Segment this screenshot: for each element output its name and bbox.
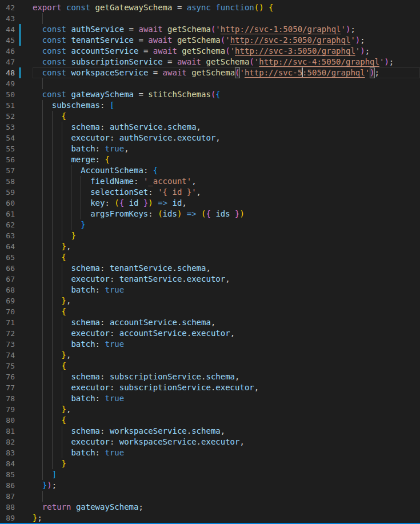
code-line-content[interactable]: executor: workspaceService.executor,: [33, 437, 420, 447]
code-editor[interactable]: 42export const getGatewaySchema = async …: [0, 0, 420, 523]
gutter[interactable]: 66: [0, 263, 33, 274]
code-line-content[interactable]: schema: workspaceService.schema,: [33, 426, 420, 437]
gutter[interactable]: 42: [0, 2, 33, 13]
code-line-content[interactable]: },: [33, 404, 420, 415]
code-line[interactable]: 83 batch: true: [0, 447, 420, 458]
gutter[interactable]: 55: [0, 143, 33, 154]
code-line[interactable]: 81 schema: workspaceService.schema,: [0, 426, 420, 437]
code-line[interactable]: 58 fieldName: '_account',: [0, 176, 420, 187]
code-line[interactable]: 68 batch: true: [0, 285, 420, 295]
code-line[interactable]: 43: [0, 13, 420, 24]
code-line-content[interactable]: {: [33, 252, 420, 263]
gutter[interactable]: 83: [0, 447, 33, 458]
code-line[interactable]: 50 const gatewaySchema = stitchSchemas({: [0, 89, 420, 100]
code-line[interactable]: 53 schema: authService.schema,: [0, 122, 420, 133]
code-line[interactable]: 69 },: [0, 295, 420, 306]
code-line[interactable]: 75 {: [0, 361, 420, 371]
gutter[interactable]: 76: [0, 371, 33, 382]
code-line-content[interactable]: export const getGatewaySchema = async fu…: [33, 2, 420, 13]
code-line[interactable]: 52 {: [0, 111, 420, 122]
gutter[interactable]: 62: [0, 219, 33, 230]
code-line[interactable]: 79 },: [0, 404, 420, 415]
code-line-content[interactable]: [33, 491, 420, 502]
code-line[interactable]: 64 },: [0, 241, 420, 252]
gutter[interactable]: 80: [0, 415, 33, 426]
code-line[interactable]: 88 return gatewaySchema;: [0, 502, 420, 513]
gutter[interactable]: 89: [0, 513, 33, 523]
code-line[interactable]: 42export const getGatewaySchema = async …: [0, 2, 420, 13]
gutter[interactable]: 88: [0, 502, 33, 513]
gutter[interactable]: 52: [0, 111, 33, 122]
gutter[interactable]: 47: [0, 57, 33, 67]
code-line[interactable]: 56 merge: {: [0, 154, 420, 165]
code-line-content[interactable]: {: [33, 111, 420, 122]
code-line-content[interactable]: const authService = await getSchema('htt…: [33, 24, 420, 35]
code-line[interactable]: 67 executor: tenantService.executor,: [0, 274, 420, 285]
code-line-content[interactable]: argsFromKeys: (ids) => ({ ids }): [33, 209, 420, 219]
gutter[interactable]: 68: [0, 285, 33, 295]
code-line[interactable]: 76 schema: subscriptionService.schema,: [0, 371, 420, 382]
code-line-content[interactable]: {: [33, 415, 420, 426]
gutter[interactable]: 65: [0, 252, 33, 263]
code-line[interactable]: 47 const subscriptionService = await get…: [0, 57, 420, 67]
code-line-content[interactable]: subschemas: [: [33, 100, 420, 111]
code-line[interactable]: 46 const accountService = await getSchem…: [0, 46, 420, 57]
code-line[interactable]: 63 }: [0, 230, 420, 241]
code-line[interactable]: 48 const workspaceService = await getSch…: [0, 67, 420, 78]
code-line[interactable]: 61 argsFromKeys: (ids) => ({ ids }): [0, 209, 420, 219]
code-line-content[interactable]: }: [33, 230, 420, 241]
code-line-content[interactable]: schema: tenantService.schema,: [33, 263, 420, 274]
code-line-content[interactable]: {: [33, 361, 420, 371]
gutter[interactable]: 84: [0, 458, 33, 469]
code-line-content[interactable]: AccountSchema: {: [33, 165, 420, 176]
code-line-content[interactable]: const subscriptionService = await getSch…: [33, 57, 420, 67]
code-line-content[interactable]: [33, 78, 420, 89]
code-line[interactable]: 62 }: [0, 219, 420, 230]
code-line-content[interactable]: {: [33, 306, 420, 317]
code-line[interactable]: 89};: [0, 513, 420, 523]
code-line[interactable]: 87: [0, 491, 420, 502]
gutter[interactable]: 48: [0, 67, 33, 78]
gutter[interactable]: 73: [0, 339, 33, 350]
code-line-content[interactable]: schema: authService.schema,: [33, 122, 420, 133]
gutter[interactable]: 85: [0, 469, 33, 480]
gutter[interactable]: 81: [0, 426, 33, 437]
code-line[interactable]: 70 {: [0, 306, 420, 317]
code-line-content[interactable]: merge: {: [33, 154, 420, 165]
code-line[interactable]: 60 key: ({ id }) => id,: [0, 198, 420, 209]
gutter[interactable]: 57: [0, 165, 33, 176]
code-line-content[interactable]: batch: true: [33, 285, 420, 295]
gutter[interactable]: 87: [0, 491, 33, 502]
code-line[interactable]: 51 subschemas: [: [0, 100, 420, 111]
code-line[interactable]: 78 batch: true: [0, 393, 420, 404]
code-line-content[interactable]: },: [33, 350, 420, 361]
gutter[interactable]: 70: [0, 306, 33, 317]
code-line[interactable]: 65 {: [0, 252, 420, 263]
gutter[interactable]: 46: [0, 46, 33, 57]
gutter[interactable]: 72: [0, 328, 33, 339]
code-line[interactable]: 85 ]: [0, 469, 420, 480]
gutter[interactable]: 49: [0, 78, 33, 89]
gutter[interactable]: 56: [0, 154, 33, 165]
code-line[interactable]: 45 const tenantService = await getSchema…: [0, 35, 420, 46]
code-line-content[interactable]: executor: tenantService.executor,: [33, 274, 420, 285]
gutter[interactable]: 75: [0, 361, 33, 371]
code-line-content[interactable]: schema: subscriptionService.schema,: [33, 371, 420, 382]
code-line[interactable]: 82 executor: workspaceService.executor,: [0, 437, 420, 447]
code-line-content[interactable]: ]: [33, 469, 420, 480]
gutter[interactable]: 63: [0, 230, 33, 241]
code-line[interactable]: 57 AccountSchema: {: [0, 165, 420, 176]
code-line[interactable]: 66 schema: tenantService.schema,: [0, 263, 420, 274]
code-line[interactable]: 77 executor: subscriptionService.executo…: [0, 382, 420, 393]
code-line[interactable]: 80 {: [0, 415, 420, 426]
gutter[interactable]: 45: [0, 35, 33, 46]
code-line-content[interactable]: batch: true: [33, 393, 420, 404]
code-line-content[interactable]: };: [33, 513, 420, 523]
code-line-content[interactable]: const tenantService = await getSchema('h…: [33, 35, 420, 46]
gutter[interactable]: 67: [0, 274, 33, 285]
code-line[interactable]: 55 batch: true,: [0, 143, 420, 154]
code-line-content[interactable]: batch: true,: [33, 143, 420, 154]
gutter[interactable]: 71: [0, 317, 33, 328]
gutter[interactable]: 60: [0, 198, 33, 209]
gutter[interactable]: 58: [0, 176, 33, 187]
